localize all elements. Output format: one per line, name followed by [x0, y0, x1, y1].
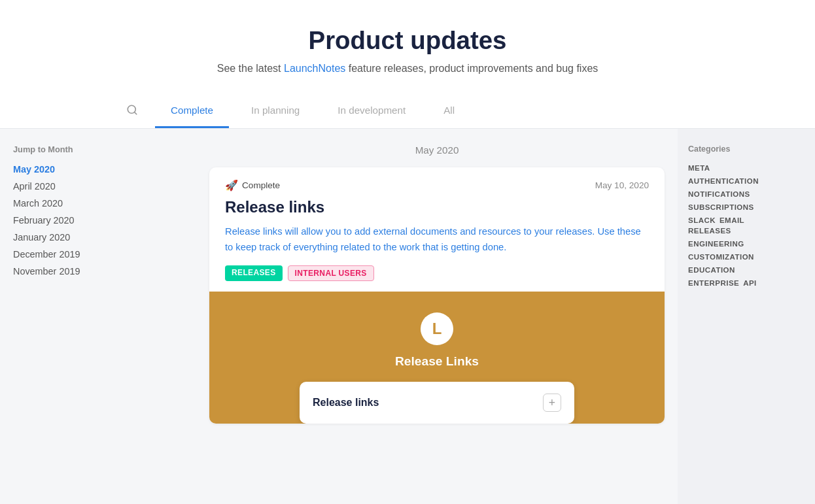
release-links-card: 🚀 Complete May 10, 2020 Release links Re…: [209, 167, 665, 424]
card-meta-row: 🚀 Complete May 10, 2020: [225, 179, 649, 192]
sidebar-month-jan2020[interactable]: January 2020: [13, 229, 183, 246]
cat-row-engineering: ENGINEERING: [688, 239, 805, 249]
categories-list: META AUTHENTICATION NOTIFICATIONS SUBSCR…: [688, 163, 805, 288]
launchnotes-link[interactable]: LaunchNotes: [284, 63, 345, 74]
cat-notifications[interactable]: NOTIFICATIONS: [688, 189, 750, 199]
header-subtitle: See the latest LaunchNotes feature relea…: [13, 63, 802, 75]
demo-card-plus-button[interactable]: +: [543, 394, 561, 412]
tab-in-development[interactable]: In development: [322, 94, 421, 128]
demo-logo: L: [421, 312, 453, 345]
card-status: 🚀 Complete: [225, 179, 280, 192]
cat-releases[interactable]: RELEASES: [688, 226, 731, 236]
tab-in-planning[interactable]: In planning: [235, 94, 315, 128]
tab-all[interactable]: All: [428, 94, 470, 128]
tab-bar-wrapper: Complete In planning In development All: [0, 94, 815, 129]
sidebar-month-may2020[interactable]: May 2020: [13, 161, 183, 178]
demo-title: Release Links: [395, 354, 479, 369]
tag-internal-users[interactable]: INTERNAL USERS: [288, 265, 374, 281]
sidebar-month-nov2019[interactable]: November 2019: [13, 263, 183, 280]
rocket-icon: 🚀: [225, 179, 238, 192]
card-date: May 10, 2020: [595, 180, 649, 190]
card-top: 🚀 Complete May 10, 2020 Release links Re…: [209, 167, 665, 292]
demo-card: Release links +: [300, 382, 574, 424]
cat-email[interactable]: EMAIL: [720, 215, 744, 226]
cat-subscriptions[interactable]: SUBSCRIPTIONS: [688, 202, 754, 212]
section-month-label: May 2020: [209, 144, 665, 156]
left-sidebar: Jump to Month May 2020 April 2020 March …: [0, 129, 196, 504]
cat-row-customization: CUSTOMIZATION: [688, 252, 805, 262]
cat-customization[interactable]: CUSTOMIZATION: [688, 252, 754, 262]
cat-row-enterprise-api: ENTERPRISE API: [688, 278, 805, 288]
cat-api[interactable]: API: [743, 278, 757, 288]
sidebar-month-mar2020[interactable]: March 2020: [13, 195, 183, 212]
sidebar-month-feb2020[interactable]: February 2020: [13, 212, 183, 229]
cat-row-slack-email: SLACK EMAIL: [688, 215, 805, 226]
cat-row-meta: META: [688, 163, 805, 173]
cat-row-notif: NOTIFICATIONS: [688, 189, 805, 199]
jump-to-month-label: Jump to Month: [13, 144, 183, 154]
card-demo-area: L Release Links Release links +: [209, 292, 665, 424]
cat-slack[interactable]: SLACK: [688, 215, 716, 226]
demo-card-title: Release links: [313, 397, 379, 409]
content-area: May 2020 🚀 Complete May 10, 2020 Release…: [196, 129, 678, 504]
main-layout: Jump to Month May 2020 April 2020 March …: [0, 129, 815, 504]
search-icon[interactable]: [126, 95, 148, 128]
cat-authentication[interactable]: AUTHENTICATION: [688, 176, 759, 186]
page-title: Product updates: [13, 26, 802, 55]
right-sidebar: Categories META AUTHENTICATION NOTIFICAT…: [678, 129, 815, 504]
sidebar-month-apr2020[interactable]: April 2020: [13, 178, 183, 195]
cat-education[interactable]: EDUCATION: [688, 265, 735, 275]
categories-label: Categories: [688, 144, 805, 154]
header: Product updates See the latest LaunchNot…: [0, 0, 815, 94]
card-title: Release links: [225, 198, 649, 216]
tag-releases[interactable]: RELEASES: [225, 265, 283, 281]
card-status-label: Complete: [242, 180, 280, 190]
cat-meta[interactable]: META: [688, 163, 710, 173]
card-tags: RELEASES INTERNAL USERS: [225, 265, 649, 281]
cat-row-releases: RELEASES: [688, 226, 805, 236]
tab-complete[interactable]: Complete: [155, 94, 229, 128]
cat-enterprise[interactable]: ENTERPRISE: [688, 278, 739, 288]
cat-row-education: EDUCATION: [688, 265, 805, 275]
cat-row-sub: SUBSCRIPTIONS: [688, 202, 805, 212]
card-description: Release links will allow you to add exte…: [225, 224, 649, 255]
sidebar-month-dec2019[interactable]: December 2019: [13, 246, 183, 263]
svg-line-1: [134, 112, 136, 114]
cat-engineering[interactable]: ENGINEERING: [688, 239, 744, 249]
cat-row-auth: AUTHENTICATION: [688, 176, 805, 186]
tab-bar: Complete In planning In development All: [113, 94, 702, 128]
